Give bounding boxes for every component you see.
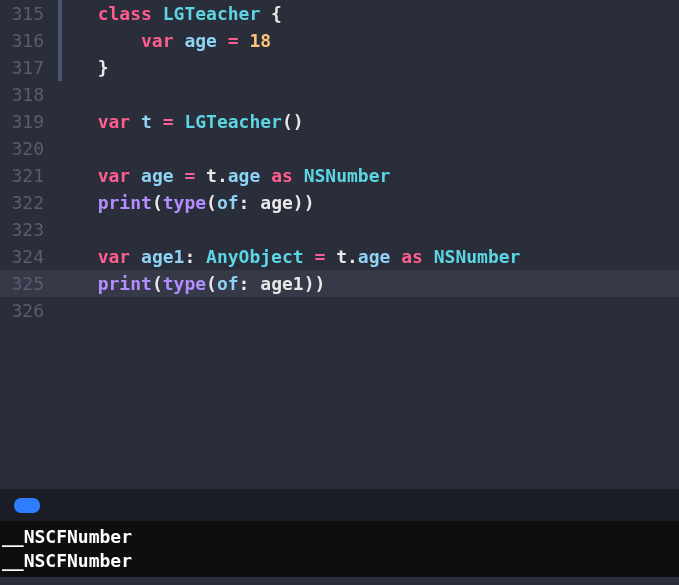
line-number: 316 — [0, 27, 58, 54]
code-line[interactable]: 316 var age = 18 — [0, 27, 679, 54]
line-number: 315 — [0, 0, 58, 27]
code-area[interactable]: 315 class LGTeacher {316 var age = 18317… — [0, 0, 679, 449]
line-number: 317 — [0, 54, 58, 81]
code-content[interactable] — [64, 297, 76, 324]
code-content[interactable]: class LGTeacher { — [64, 0, 282, 27]
code-line[interactable]: 317 } — [0, 54, 679, 81]
line-number: 323 — [0, 216, 58, 243]
code-line[interactable]: 324 var age1: AnyObject = t.age as NSNum… — [0, 243, 679, 270]
console-header — [0, 489, 679, 521]
change-marker — [58, 189, 62, 216]
line-number: 319 — [0, 108, 58, 135]
change-marker — [58, 243, 62, 270]
code-content[interactable]: print(type(of: age)) — [64, 189, 315, 216]
line-number: 326 — [0, 297, 58, 324]
footer-spacer — [0, 577, 679, 585]
line-number: 325 — [0, 270, 58, 297]
code-line[interactable]: 326 — [0, 297, 679, 324]
change-marker — [58, 108, 62, 135]
code-editor: 315 class LGTeacher {316 var age = 18317… — [0, 0, 679, 585]
console-line: __NSCFNumber — [2, 549, 677, 573]
code-content[interactable] — [64, 216, 76, 243]
line-number: 321 — [0, 162, 58, 189]
code-line[interactable]: 322 print(type(of: age)) — [0, 189, 679, 216]
code-line[interactable]: 320 — [0, 135, 679, 162]
code-content[interactable]: var age = 18 — [64, 27, 271, 54]
change-marker — [58, 27, 62, 54]
code-content[interactable]: var age1: AnyObject = t.age as NSNumber — [64, 243, 520, 270]
code-content[interactable]: print(type(of: age1)) — [64, 270, 325, 297]
change-marker — [58, 297, 62, 324]
code-line[interactable]: 318 — [0, 81, 679, 108]
change-marker — [58, 81, 62, 108]
change-marker — [58, 216, 62, 243]
console-output[interactable]: __NSCFNumber__NSCFNumber — [0, 521, 679, 577]
console-line: __NSCFNumber — [2, 525, 677, 549]
change-marker — [58, 0, 62, 27]
debug-pill-icon[interactable] — [14, 498, 40, 513]
code-line[interactable]: 325 print(type(of: age1)) — [0, 270, 679, 297]
change-marker — [58, 270, 62, 297]
line-number: 318 — [0, 81, 58, 108]
code-line[interactable]: 323 — [0, 216, 679, 243]
code-content[interactable] — [64, 135, 76, 162]
code-content[interactable]: var age = t.age as NSNumber — [64, 162, 390, 189]
change-marker — [58, 54, 62, 81]
code-content[interactable] — [64, 81, 76, 108]
code-line[interactable]: 315 class LGTeacher { — [0, 0, 679, 27]
line-number: 324 — [0, 243, 58, 270]
change-marker — [58, 135, 62, 162]
editor-separator — [0, 449, 679, 489]
code-line[interactable]: 321 var age = t.age as NSNumber — [0, 162, 679, 189]
code-content[interactable]: } — [64, 54, 109, 81]
code-content[interactable]: var t = LGTeacher() — [64, 108, 304, 135]
line-number: 322 — [0, 189, 58, 216]
line-number: 320 — [0, 135, 58, 162]
code-line[interactable]: 319 var t = LGTeacher() — [0, 108, 679, 135]
change-marker — [58, 162, 62, 189]
